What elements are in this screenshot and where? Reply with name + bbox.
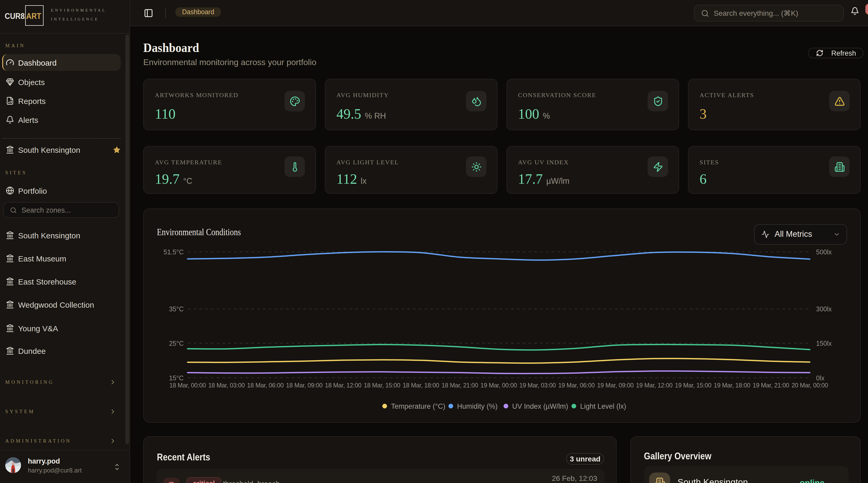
svg-text:18 Mar, 00:00: 18 Mar, 00:00: [169, 382, 206, 389]
svg-text:18 Mar, 12:00: 18 Mar, 12:00: [325, 382, 361, 389]
svg-text:19 Mar, 06:00: 19 Mar, 06:00: [558, 382, 595, 389]
svg-text:18 Mar, 06:00: 18 Mar, 06:00: [247, 382, 284, 389]
svg-text:Light Level (lx): Light Level (lx): [580, 402, 626, 410]
svg-text:19 Mar, 21:00: 19 Mar, 21:00: [752, 382, 789, 389]
svg-text:500lx: 500lx: [816, 248, 832, 256]
svg-text:25°C: 25°C: [169, 340, 184, 347]
svg-text:15°C: 15°C: [169, 374, 184, 382]
svg-text:18 Mar, 18:00: 18 Mar, 18:00: [403, 382, 439, 389]
svg-text:Temperature (°C): Temperature (°C): [391, 402, 445, 410]
svg-text:UV Index (µW/lm): UV Index (µW/lm): [512, 402, 568, 410]
svg-text:0lx: 0lx: [816, 374, 825, 382]
svg-text:19 Mar, 15:00: 19 Mar, 15:00: [675, 382, 711, 389]
svg-text:Humidity (%): Humidity (%): [457, 402, 498, 410]
svg-text:18 Mar, 21:00: 18 Mar, 21:00: [442, 382, 478, 389]
svg-text:20 Mar, 00:00: 20 Mar, 00:00: [792, 382, 828, 389]
svg-text:150lx: 150lx: [816, 340, 832, 347]
svg-text:19 Mar, 03:00: 19 Mar, 03:00: [519, 382, 556, 389]
svg-text:19 Mar, 18:00: 19 Mar, 18:00: [714, 382, 750, 389]
svg-text:300lx: 300lx: [816, 305, 832, 313]
svg-text:35°C: 35°C: [169, 305, 184, 313]
svg-text:19 Mar, 09:00: 19 Mar, 09:00: [597, 382, 634, 389]
svg-text:18 Mar, 15:00: 18 Mar, 15:00: [364, 382, 400, 389]
svg-text:19 Mar, 00:00: 19 Mar, 00:00: [480, 382, 517, 389]
svg-text:51.5°C: 51.5°C: [163, 248, 184, 256]
svg-text:18 Mar, 09:00: 18 Mar, 09:00: [286, 382, 322, 389]
svg-text:18 Mar, 03:00: 18 Mar, 03:00: [208, 382, 245, 389]
svg-text:19 Mar, 12:00: 19 Mar, 12:00: [636, 382, 673, 389]
